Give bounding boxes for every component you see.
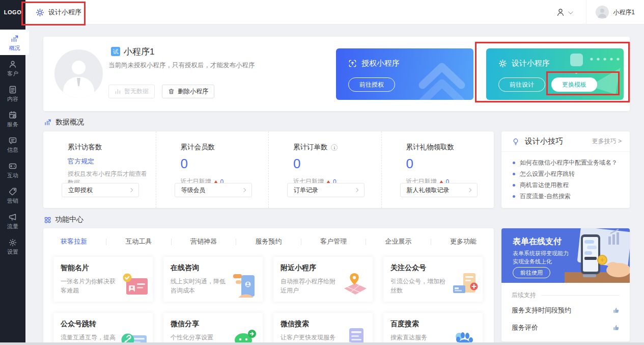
- support-item-review[interactable]: 服务评价: [512, 321, 620, 334]
- account-dropdown[interactable]: [542, 0, 586, 24]
- sidebar-item-interaction[interactable]: 互动: [0, 157, 25, 182]
- service-clipboard-icon: [8, 111, 17, 120]
- member-levels-button[interactable]: 等级会员: [175, 183, 252, 197]
- sidebar-item-messages[interactable]: 信息: [0, 131, 25, 157]
- interaction-gamepad-icon: [8, 162, 17, 171]
- chevron-right-icon: [129, 188, 133, 192]
- feature-official-account-jump[interactable]: 公众号跳转 流量互通互导，提高转化率: [53, 313, 153, 345]
- sidebar-item-label: 概况: [9, 45, 20, 51]
- feature-follow-official-account[interactable]: 关注公众号 引流公众号，增加粉丝数: [383, 257, 483, 302]
- go-use-button[interactable]: 前往使用: [513, 267, 550, 278]
- design-tips-card: 设计小技巧 更多技巧 > 如何在微信小程序中配置业务域名？ 怎么设置小程序跳转 …: [501, 131, 630, 208]
- sidebar-item-label: 内容: [7, 96, 18, 102]
- tab-divider: [106, 238, 106, 245]
- customer-icon: [8, 60, 17, 69]
- tip-link[interactable]: 商机雷达使用教程: [513, 179, 622, 191]
- function-tabs: 获客拉新 互动工具 营销神器 服务预约 客户管理 企业展示 更多功能: [43, 228, 494, 255]
- tab-service-booking[interactable]: 服务预约: [256, 237, 282, 246]
- top-header: 设计小程序 小程序1: [25, 0, 644, 24]
- design-decoration: [542, 48, 624, 100]
- stat-members: 累计会员数 0 近七日新增0 等级会员: [156, 131, 269, 208]
- bottom-edge-strip: [0, 342, 644, 345]
- thumbs-up-icon: [612, 324, 620, 331]
- design-promo-banner[interactable]: 设计小程序 前往设计 更换模板: [486, 48, 624, 100]
- change-template-button[interactable]: 更换模板: [551, 77, 597, 92]
- tab-interactive-tools[interactable]: 互动工具: [126, 237, 152, 246]
- online-chat-illustration: [229, 271, 260, 300]
- overview-chart-icon: [44, 118, 52, 126]
- tab-marketing-tools[interactable]: 营销神器: [190, 237, 217, 246]
- go-authorize-button[interactable]: 前往授权: [348, 77, 395, 92]
- user-profile[interactable]: 小程序1: [586, 6, 644, 19]
- bullet-dot: [513, 173, 515, 175]
- stat-value: 0: [406, 156, 494, 171]
- chevron-right-icon: [354, 188, 358, 192]
- stat-gifts: 累计礼物领取数 0 近七日新增0 新人礼领取记录: [381, 131, 494, 208]
- message-bubble-icon: [8, 136, 17, 145]
- sidebar-item-traffic[interactable]: 流量: [0, 208, 25, 233]
- business-card-illustration: [119, 271, 150, 300]
- sidebar-item-services[interactable]: 服务: [0, 106, 25, 131]
- feature-nearby-miniapp[interactable]: 附近小程序 自动推荐小程序给附近用户: [273, 257, 373, 302]
- bullet-dot: [513, 195, 515, 198]
- sidebar-item-content[interactable]: 内容: [0, 81, 25, 106]
- sidebar-item-label: 客户: [7, 70, 18, 76]
- authorize-now-button[interactable]: 立即授权: [62, 183, 139, 197]
- document-icon: [8, 85, 17, 94]
- support-section-title: 后续支持: [512, 291, 620, 300]
- support-item-booking[interactable]: 服务支持时间段预约: [512, 304, 620, 317]
- bullet-dot: [513, 184, 515, 187]
- order-records-button[interactable]: 订单记录: [287, 183, 365, 197]
- no-data-button[interactable]: 暂无数据: [108, 85, 155, 98]
- chevron-down-icon: [568, 9, 573, 14]
- feature-wechat-share[interactable]: 微信分享 个性化分享设置: [163, 313, 263, 345]
- stat-visitors: 累计访客数 官方规定 授权且发布小程序后才能查看数据 立即授权: [43, 131, 156, 208]
- sidebar-item-label: 流量: [7, 223, 18, 229]
- tab-enterprise-display[interactable]: 企业展示: [385, 237, 412, 246]
- feature-online-chat[interactable]: 在线咨询 线上实时沟通，降低咨询成本: [163, 257, 263, 302]
- trash-icon: [168, 88, 175, 95]
- sidebar-item-label: 营销: [7, 198, 18, 204]
- tab-divider: [366, 238, 366, 245]
- tip-link[interactable]: 怎么设置小程序跳转: [513, 168, 622, 179]
- sidebar-item-label: 服务: [7, 121, 18, 127]
- feature-baidu-search[interactable]: 百度搜索 搜索直达服务 du: [383, 313, 483, 345]
- avatar: [596, 6, 609, 19]
- stat-value: 0: [293, 156, 381, 171]
- header-app-menu[interactable]: 设计小程序: [36, 0, 81, 24]
- sidebar-item-settings[interactable]: 设置: [0, 233, 25, 259]
- sidebar-item-overview[interactable]: 概况: [0, 30, 29, 55]
- delete-miniapp-button[interactable]: 删除小程序: [162, 85, 214, 98]
- info-icon[interactable]: [331, 144, 338, 151]
- feature-smart-card[interactable]: 智能名片 一张名片为你解决获客难题: [53, 257, 153, 302]
- tip-link[interactable]: 如何在微信小程序中配置业务域名？: [513, 157, 622, 168]
- tab-more-functions[interactable]: 更多功能: [450, 237, 477, 246]
- form-pay-card: 表单在线支付 表单系统获得变现能力 实现业务线上化 前往使用 后续支持 服务支持…: [501, 228, 630, 341]
- sidebar-item-marketing[interactable]: 营销: [0, 182, 25, 208]
- form-pay-banner[interactable]: 表单在线支付 表单系统获得变现能力 实现业务线上化 前往使用: [501, 228, 630, 283]
- marketing-tag-icon: [8, 187, 17, 196]
- authorize-promo-banner[interactable]: 授权小程序 前往授权: [336, 48, 473, 100]
- miniapp-title: 小程序1: [124, 46, 154, 58]
- tip-link[interactable]: 百度流量-自然搜索: [513, 191, 622, 202]
- chevron-right-icon: [467, 188, 471, 192]
- follow-official-illustration: [449, 271, 480, 300]
- go-design-button[interactable]: 前往设计: [498, 77, 545, 92]
- authorize-notice: 当前尚未授权小程序，只有授权后，才能发布小程序: [108, 61, 255, 70]
- data-overview-section-title: 数据概况: [44, 118, 84, 127]
- function-center-card: 获客拉新 互动工具 营销神器 服务预约 客户管理 企业展示 更多功能 智能名片 …: [43, 228, 494, 345]
- tab-customer-management[interactable]: 客户管理: [320, 237, 347, 246]
- feature-wechat-search[interactable]: 微信搜索 让客户更快发现服务: [273, 313, 373, 345]
- gear-icon: [8, 238, 17, 247]
- tab-acquire-customers[interactable]: 获客拉新: [61, 237, 87, 246]
- app-menu-label: 设计小程序: [48, 8, 81, 17]
- gift-records-button[interactable]: 新人礼领取记录: [400, 183, 478, 197]
- sidebar-item-customers[interactable]: 客户: [0, 55, 25, 81]
- bar-chart-icon: [115, 88, 121, 95]
- official-rule-link[interactable]: 官方规定: [68, 157, 156, 166]
- more-tips-link[interactable]: 更多技巧 >: [592, 137, 622, 146]
- person-icon: [556, 8, 565, 17]
- stat-value: 0: [181, 156, 269, 171]
- chevron-right-icon: [241, 188, 245, 192]
- app-screen: 设计小程序 小程序1 LOGO 概况 客户: [0, 0, 644, 345]
